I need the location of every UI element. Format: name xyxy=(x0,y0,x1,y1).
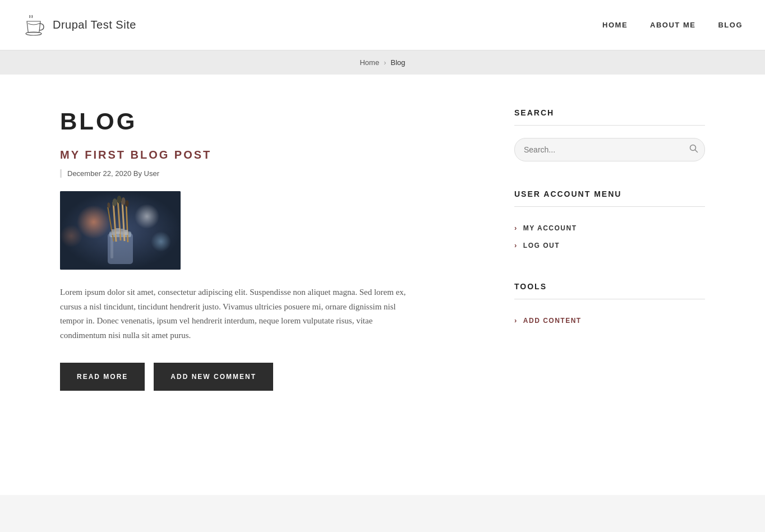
coffee-cup-icon xyxy=(22,13,46,37)
site-logo: Drupal Test Site xyxy=(22,13,136,37)
post-meta: December 22, 2020 By User xyxy=(60,169,481,178)
search-wrapper xyxy=(514,138,705,161)
read-more-button[interactable]: READ MORE xyxy=(60,363,145,391)
chevron-icon-3: › xyxy=(514,316,518,325)
post-body: Lorem ipsum dolor sit amet, consectetur … xyxy=(60,285,419,343)
svg-point-16 xyxy=(126,200,129,207)
nav-item-about-me[interactable]: ABOUT ME xyxy=(650,21,695,29)
breadcrumb-bar: Home › Blog xyxy=(0,50,765,75)
svg-point-14 xyxy=(122,197,126,205)
post-image-svg xyxy=(60,191,181,270)
blog-heading: BLOG xyxy=(60,108,481,135)
nav-item-home[interactable]: HOME xyxy=(602,21,628,29)
svg-rect-21 xyxy=(121,229,125,234)
my-account-label: MY ACCOUNT xyxy=(523,224,577,232)
tools-heading: TOOLS xyxy=(514,282,705,299)
breadcrumb: Home › Blog xyxy=(360,58,405,67)
svg-point-10 xyxy=(113,198,117,206)
log-out-label: LOG OUT xyxy=(523,242,560,249)
main-content: BLOG MY FIRST BLOG POST December 22, 202… xyxy=(60,108,481,461)
site-header: Drupal Test Site HOME ABOUT ME BLOG xyxy=(0,0,765,50)
breadcrumb-home[interactable]: Home xyxy=(360,58,379,67)
svg-rect-20 xyxy=(116,228,120,234)
svg-point-3 xyxy=(135,204,159,229)
sidebar-item-my-account[interactable]: › MY ACCOUNT xyxy=(514,219,705,237)
svg-line-24 xyxy=(695,150,698,152)
add-content-label: ADD CONTENT xyxy=(523,317,582,325)
breadcrumb-current: Blog xyxy=(391,58,405,67)
breadcrumb-separator: › xyxy=(384,58,386,67)
chevron-icon-2: › xyxy=(514,241,518,249)
sidebar: SEARCH USER ACCOUNT MENU › MY ACCOUNT › xyxy=(514,108,705,461)
post-image xyxy=(60,191,181,270)
sidebar-item-add-content[interactable]: › ADD CONTENT xyxy=(514,312,705,329)
sidebar-search-section: SEARCH xyxy=(514,108,705,161)
add-new-comment-button[interactable]: ADD NEW COMMENT xyxy=(154,363,273,391)
user-account-heading: USER ACCOUNT MENU xyxy=(514,189,705,207)
post-date: December 22, 2020 xyxy=(67,169,131,178)
post-title: MY FIRST BLOG POST xyxy=(60,149,481,161)
main-nav: HOME ABOUT ME BLOG xyxy=(602,21,743,29)
svg-point-4 xyxy=(151,232,171,252)
page-body: BLOG MY FIRST BLOG POST December 22, 202… xyxy=(0,75,765,495)
svg-rect-19 xyxy=(112,229,116,235)
site-title: Drupal Test Site xyxy=(53,18,136,31)
nav-item-blog[interactable]: BLOG xyxy=(718,21,743,29)
post-by: By xyxy=(133,169,144,178)
search-input[interactable] xyxy=(514,138,705,161)
search-heading: SEARCH xyxy=(514,108,705,126)
svg-point-5 xyxy=(60,225,82,247)
post-actions: READ MORE ADD NEW COMMENT xyxy=(60,363,481,391)
chevron-icon: › xyxy=(514,224,518,232)
svg-rect-22 xyxy=(125,230,128,235)
sidebar-tools-section: TOOLS › ADD CONTENT xyxy=(514,282,705,329)
search-icon xyxy=(689,144,698,153)
post-author: User xyxy=(144,169,159,178)
svg-point-12 xyxy=(117,196,122,203)
sidebar-user-account-section: USER ACCOUNT MENU › MY ACCOUNT › LOG OUT xyxy=(514,189,705,254)
sidebar-item-log-out[interactable]: › LOG OUT xyxy=(514,237,705,254)
search-button[interactable] xyxy=(689,144,698,155)
